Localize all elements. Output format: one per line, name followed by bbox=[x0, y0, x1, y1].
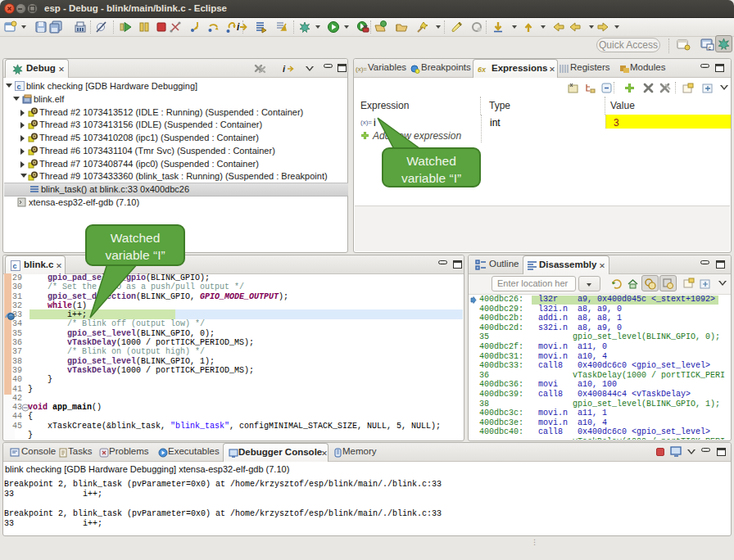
svg-text:i: i bbox=[237, 21, 240, 33]
svg-text:c: c bbox=[17, 83, 21, 91]
svg-text:c: c bbox=[13, 262, 17, 270]
svg-text:6x: 6x bbox=[478, 65, 487, 74]
svg-text:(x)=: (x)= bbox=[356, 65, 367, 73]
svg-text:c: c bbox=[709, 45, 712, 51]
svg-text:i: i bbox=[283, 64, 286, 74]
